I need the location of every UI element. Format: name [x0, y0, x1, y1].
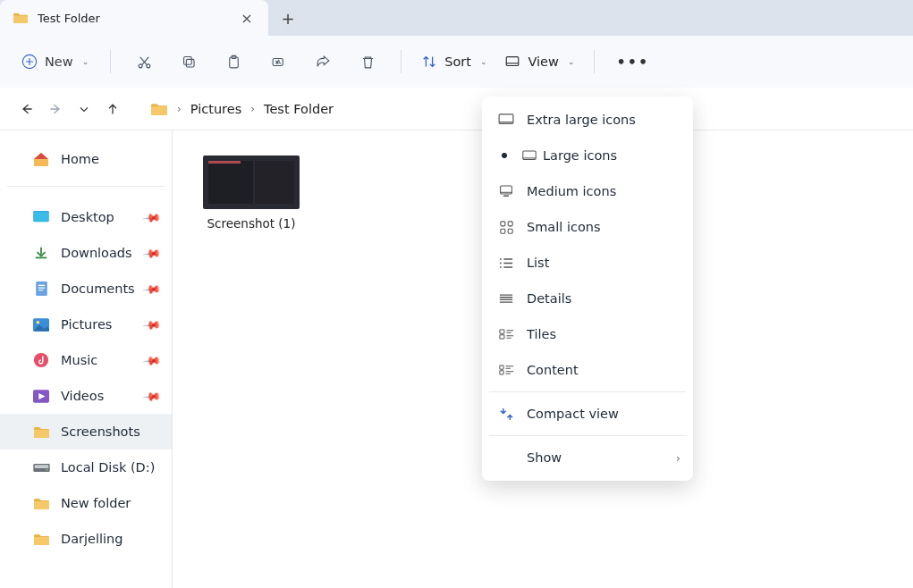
breadcrumb-sep: ›: [177, 103, 182, 115]
more-button[interactable]: •••: [607, 54, 658, 71]
menu-item-label: Large icons: [543, 148, 617, 163]
breadcrumb-sep: ›: [250, 103, 255, 115]
tab-current[interactable]: Test Folder ×: [0, 0, 268, 36]
svg-rect-4: [183, 56, 191, 64]
view-icon: [504, 54, 520, 70]
menu-item-extra-large-icons[interactable]: Extra large icons: [482, 102, 693, 138]
delete-button[interactable]: [347, 46, 388, 78]
folder-icon: [32, 531, 50, 547]
svg-point-19: [46, 468, 47, 470]
pin-icon: 📌: [142, 315, 162, 334]
sidebar-item-pictures[interactable]: Pictures 📌: [0, 307, 172, 342]
menu-item-large-icons[interactable]: Large icons: [482, 138, 693, 173]
cut-button[interactable]: [123, 46, 165, 78]
sort-button[interactable]: Sort ⌄: [414, 54, 494, 70]
sidebar-item-new-folder[interactable]: New folder: [0, 485, 172, 521]
recent-button[interactable]: [70, 95, 98, 123]
sidebar-item-label: Local Disk (D:): [61, 460, 155, 475]
menu-item-content[interactable]: Content: [482, 352, 693, 388]
menu-item-small-icons[interactable]: Small icons: [482, 209, 693, 245]
folder-icon: [32, 424, 50, 440]
sort-icon: [421, 54, 437, 70]
new-label: New: [45, 55, 73, 69]
sidebar-item-label: Pictures: [61, 317, 112, 332]
sidebar-item-downloads[interactable]: Downloads 📌: [0, 235, 172, 271]
toolbar: New ⌄ A Sort ⌄ View ⌄ •••: [0, 36, 913, 88]
layout-icon: [496, 113, 516, 126]
svg-rect-11: [34, 212, 48, 222]
tab-bar: Test Folder × +: [0, 0, 913, 36]
menu-item-label: Content: [527, 363, 579, 377]
sidebar-item-label: Screenshots: [61, 424, 140, 439]
menu-item-label: Compact view: [527, 407, 619, 421]
menu-item-details[interactable]: Details: [482, 281, 693, 316]
clipboard-icon: [225, 54, 242, 71]
rename-button[interactable]: A: [258, 46, 299, 78]
new-button[interactable]: New ⌄: [13, 48, 97, 75]
menu-item-list[interactable]: List: [482, 245, 693, 281]
view-button[interactable]: View ⌄: [497, 54, 581, 70]
menu-item-label: Show: [527, 450, 562, 465]
paste-button[interactable]: [213, 46, 254, 78]
pin-icon: 📌: [142, 386, 162, 406]
svg-point-14: [37, 321, 40, 324]
sidebar-separator: [7, 186, 165, 187]
menu-item-show[interactable]: Show ›: [482, 440, 693, 475]
content-area: Home Desktop 📌 Downloads 📌 Documents 📌 P…: [0, 130, 913, 588]
svg-rect-9: [507, 57, 520, 66]
sidebar-item-label: Music: [61, 353, 97, 367]
svg-rect-12: [36, 281, 47, 296]
breadcrumb-segment[interactable]: Test Folder: [264, 102, 334, 116]
svg-rect-18: [34, 465, 48, 468]
sidebar-home[interactable]: Home: [0, 141, 172, 177]
copy-button[interactable]: [168, 46, 209, 78]
svg-rect-30: [499, 365, 503, 369]
menu-item-label: Extra large icons: [527, 113, 636, 127]
music-icon: [32, 352, 50, 368]
sidebar-item-darjelling[interactable]: Darjelling: [0, 521, 172, 557]
forward-button[interactable]: [41, 95, 70, 123]
new-tab-button[interactable]: +: [268, 0, 308, 36]
tiles-icon: [496, 329, 516, 340]
sidebar-item-music[interactable]: Music 📌: [0, 342, 172, 378]
sidebar-item-videos[interactable]: Videos 📌: [0, 378, 172, 414]
menu-item-label: Medium icons: [527, 184, 616, 198]
sidebar-home-label: Home: [61, 152, 99, 166]
pin-icon: 📌: [142, 207, 162, 227]
up-button[interactable]: [98, 95, 127, 123]
sidebar-item-local-disk[interactable]: Local Disk (D:): [0, 449, 172, 485]
back-button[interactable]: [13, 95, 41, 123]
file-thumbnail: [203, 155, 300, 209]
share-icon: [315, 54, 332, 71]
menu-item-medium-icons[interactable]: Medium icons: [482, 173, 693, 209]
video-icon: [32, 388, 50, 404]
sidebar-item-label: Documents: [61, 281, 135, 296]
grid-icon: [496, 221, 516, 234]
menu-item-label: Details: [527, 291, 571, 306]
pin-icon: 📌: [142, 279, 162, 298]
arrow-left-icon: [20, 102, 34, 116]
sidebar: Home Desktop 📌 Downloads 📌 Documents 📌 P…: [0, 130, 172, 588]
sidebar-item-label: Darjelling: [61, 532, 123, 546]
svg-rect-23: [503, 195, 509, 197]
menu-separator: [489, 391, 686, 392]
selected-dot-icon: [502, 153, 507, 158]
svg-rect-3: [186, 59, 194, 67]
sidebar-item-desktop[interactable]: Desktop 📌: [0, 199, 172, 235]
chevron-down-icon: ⌄: [568, 57, 575, 66]
close-tab-icon[interactable]: ×: [238, 10, 256, 27]
svg-text:A: A: [276, 57, 281, 65]
share-button[interactable]: [302, 46, 343, 78]
content-icon: [496, 365, 516, 375]
menu-item-label: List: [527, 256, 549, 270]
svg-rect-26: [500, 229, 504, 233]
details-icon: [496, 293, 516, 305]
sidebar-item-documents[interactable]: Documents 📌: [0, 271, 172, 307]
breadcrumb-segment[interactable]: Pictures: [190, 102, 241, 116]
sidebar-item-label: Desktop: [61, 210, 114, 224]
view-label: View: [528, 55, 558, 69]
menu-item-compact-view[interactable]: Compact view: [482, 396, 693, 432]
menu-item-tiles[interactable]: Tiles: [482, 316, 693, 352]
sidebar-item-screenshots[interactable]: Screenshots: [0, 414, 172, 449]
file-item[interactable]: Screenshot (1): [198, 155, 305, 231]
